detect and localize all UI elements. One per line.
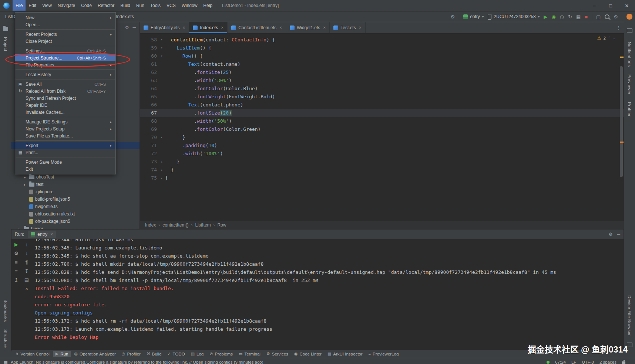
toolstripe-project[interactable]: Project xyxy=(3,37,8,51)
restart-button[interactable]: ↻ xyxy=(568,14,572,19)
minimize-button[interactable]: – xyxy=(586,0,602,11)
toolwindow-version-control[interactable]: ⋔Version Control xyxy=(13,351,52,357)
menubar-item-navigate[interactable]: Navigate xyxy=(55,0,78,11)
device-screen-icon[interactable] xyxy=(627,28,632,33)
toolstripe-profiler[interactable]: Profiler xyxy=(627,102,632,117)
menubar-item-code[interactable]: Code xyxy=(78,0,95,11)
file-menu-item-new[interactable]: New▸ xyxy=(15,14,115,21)
tree-item-gitignore[interactable]: .gitignore xyxy=(11,188,140,195)
stop-button[interactable]: ■ xyxy=(585,14,588,19)
lock-icon[interactable] xyxy=(622,361,625,364)
tree-item-hvigor[interactable]: ▸hvigor xyxy=(11,225,140,229)
tree-item-test[interactable]: ▸test xyxy=(11,181,140,188)
status-2-spaces[interactable]: 2 spaces xyxy=(599,360,616,364)
menubar-item-vcs[interactable]: VCS xyxy=(164,0,179,11)
editor-tab-entryability-ets[interactable]: EntryAbility.ets× xyxy=(140,22,189,33)
run-tab-entry[interactable]: entry × xyxy=(28,231,56,238)
run-dashboard-icon[interactable]: ≡ xyxy=(15,269,18,273)
menubar-item-build[interactable]: Build xyxy=(117,0,133,11)
status-67-24[interactable]: 67:24 xyxy=(555,360,566,364)
console-link[interactable]: Open signing configs xyxy=(35,309,624,317)
toolwindow-problems[interactable]: ⊘Problems xyxy=(207,351,235,357)
fold-up-icon[interactable]: ▴ xyxy=(158,133,165,142)
file-menu-item-power-save-mode[interactable]: Power Save Mode xyxy=(15,159,115,166)
file-menu-item-open[interactable]: Open... xyxy=(15,21,115,28)
toolstripe-device-file-browser[interactable]: Device File Browser xyxy=(627,295,632,336)
tree-item-obfuscation-rules-txt[interactable]: obfuscation-rules.txt xyxy=(11,210,140,218)
toolwindow-switcher-icon[interactable]: ▦ xyxy=(4,360,8,364)
run-settings-gear-icon[interactable]: ⚙ xyxy=(609,232,613,237)
file-menu-item-save-file-as-template[interactable]: Save File as Template... xyxy=(15,132,115,139)
menubar-item-window[interactable]: Window xyxy=(179,0,201,11)
device-selector[interactable]: 2UCUT24724003258 ▾ xyxy=(488,14,540,20)
fold-down-icon[interactable]: ▾ xyxy=(158,44,165,52)
scrollbar-thumb[interactable] xyxy=(620,66,623,177)
panel-hide-icon[interactable]: ─ xyxy=(132,25,136,30)
toolstripe-bookmarks[interactable]: Bookmarks xyxy=(3,299,8,322)
fold-up-icon[interactable]: ▴ xyxy=(158,174,165,182)
menubar-item-edit[interactable]: Edit xyxy=(26,0,39,11)
toolwindow-code-linter[interactable]: ◉Code Linter xyxy=(292,351,324,357)
settings-gear-icon[interactable]: ⚙ xyxy=(614,14,618,19)
menubar-item-refactor[interactable]: Refactor xyxy=(95,0,117,11)
file-menu-item-manage-ide-settings[interactable]: Manage IDE Settings▸ xyxy=(15,118,115,125)
tab-options-icon[interactable]: ⋮ xyxy=(614,22,624,33)
fold-down-icon[interactable]: ▾ xyxy=(158,36,165,44)
file-menu-item-sync-and-refresh-project[interactable]: Sync and Refresh Project xyxy=(15,95,115,102)
toolwindow-services[interactable]: ⚙Services xyxy=(264,351,291,357)
file-menu-item-repair-ide[interactable]: Repair IDE xyxy=(15,102,115,109)
run-button[interactable]: ▶ xyxy=(544,14,547,19)
rerun-icon[interactable]: ▶ xyxy=(14,242,18,247)
code-editor[interactable]: 58▾ contactItem(contact: CContactInfo) {… xyxy=(140,34,624,221)
toolwindow-arkui-inspector[interactable]: ▦ArkUI Inspector xyxy=(325,351,365,357)
panel-settings-gear-icon[interactable]: ⚙ xyxy=(125,25,129,30)
layout-icon[interactable]: ▢ xyxy=(596,14,601,19)
menubar-item-help[interactable]: Help xyxy=(200,0,215,11)
search-icon[interactable] xyxy=(605,14,609,19)
editor-tab-widget1-ets[interactable]: Widget1.ets× xyxy=(286,22,330,33)
editor-tab-index-ets[interactable]: Index.ets× xyxy=(189,22,228,33)
editor-tab-contactlistitem-ets[interactable]: ContactListItem.ets× xyxy=(228,22,286,33)
tab-close-icon[interactable]: × xyxy=(221,25,224,30)
fold-up-icon[interactable]: ▴ xyxy=(158,166,165,174)
menubar-item-file[interactable]: File xyxy=(13,0,26,11)
file-menu-item-invalidate-caches[interactable]: Invalidate Caches... xyxy=(15,109,115,116)
toolwindow-todo[interactable]: ✓TODO xyxy=(165,351,187,357)
soft-wrap-icon[interactable]: ¶ xyxy=(26,260,28,265)
down-stack-icon[interactable]: ↓ xyxy=(26,251,28,256)
menubar-item-run[interactable]: Run xyxy=(133,0,147,11)
editor-tab-test-ets[interactable]: Test.ets× xyxy=(330,22,365,33)
file-menu-item-print[interactable]: ▤Print... xyxy=(15,149,115,156)
toolwindow-previewerlog[interactable]: ≡PreviewerLog xyxy=(366,351,402,357)
tab-close-icon[interactable]: × xyxy=(359,25,362,30)
tab-close-icon[interactable]: × xyxy=(323,25,326,30)
status-utf-8[interactable]: UTF-8 xyxy=(582,360,594,364)
inspections-widget[interactable]: ⚠ 2 ⌃ ⌄ xyxy=(597,35,616,41)
tree-item-oh-package-json5[interactable]: oh-package.json5 xyxy=(11,218,140,225)
toolwindow-terminal[interactable]: ▭Terminal xyxy=(236,351,263,357)
toolstripe-structure[interactable]: Structure xyxy=(3,329,8,348)
breadcrumb-index[interactable]: Index xyxy=(145,222,156,228)
console-output[interactable]: 12:56:02.344: Build task in 483 ms12:56:… xyxy=(32,239,624,350)
tab-close-icon[interactable]: × xyxy=(279,25,282,30)
file-menu-item-file-properties[interactable]: File Properties▸ xyxy=(15,61,115,68)
module-selector[interactable]: entry ▾ xyxy=(463,14,484,19)
toolwindow-operation-analyzer[interactable]: ◎Operation Analyzer xyxy=(71,351,118,357)
file-menu-item-export[interactable]: Export▸ xyxy=(15,142,115,149)
file-menu-item-save-all[interactable]: ▣Save AllCtrl+S xyxy=(15,81,115,88)
breadcrumb-listitem[interactable]: ListItem xyxy=(195,222,211,228)
debug-button[interactable]: ◉ xyxy=(551,14,555,19)
breadcrumb-row[interactable]: Row xyxy=(217,222,226,228)
toolwindow-run[interactable]: ▶Run xyxy=(53,351,71,357)
file-menu-item-reload-all-from-disk[interactable]: ↻Reload All from DiskCtrl+Alt+Y xyxy=(15,88,115,95)
file-menu-item-new-projects-setup[interactable]: New Projects Setup▸ xyxy=(15,125,115,132)
sync-settings-icon[interactable]: ⚙ xyxy=(450,14,455,19)
settings-icon[interactable]: ⚙ xyxy=(14,251,19,256)
scroll-end-icon[interactable]: ↧ xyxy=(25,269,29,273)
status-lf[interactable]: LF xyxy=(571,360,576,364)
file-menu-item-close-project[interactable]: Close Project xyxy=(15,38,115,45)
breadcrumb-contactitem[interactable]: contactItem() xyxy=(162,222,188,228)
tree-item-build-profile-json5[interactable]: build-profile.json5 xyxy=(11,195,140,203)
toolwindow-build[interactable]: ⚒Build xyxy=(144,351,164,357)
avatar[interactable] xyxy=(626,14,632,20)
